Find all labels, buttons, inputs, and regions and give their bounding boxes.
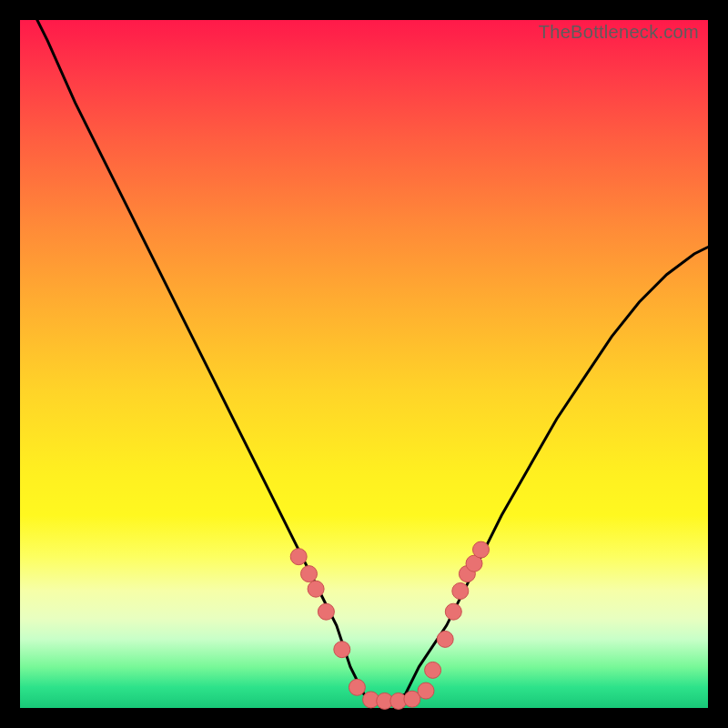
data-marker bbox=[308, 581, 324, 597]
data-marker bbox=[318, 603, 334, 620]
data-marker bbox=[349, 679, 365, 695]
data-marker bbox=[437, 631, 453, 647]
chart-frame: TheBottleneck.com bbox=[0, 0, 728, 728]
bottleneck-curve bbox=[20, 0, 708, 701]
data-marker bbox=[452, 583, 469, 600]
marker-group bbox=[290, 541, 489, 709]
data-marker bbox=[334, 642, 350, 658]
data-marker bbox=[301, 566, 318, 582]
data-marker bbox=[473, 541, 490, 558]
data-marker bbox=[425, 662, 441, 678]
data-marker bbox=[445, 603, 461, 620]
data-marker bbox=[418, 682, 434, 699]
plot-area: TheBottleneck.com bbox=[20, 20, 708, 708]
curve-svg bbox=[20, 20, 708, 708]
data-marker bbox=[290, 549, 307, 565]
